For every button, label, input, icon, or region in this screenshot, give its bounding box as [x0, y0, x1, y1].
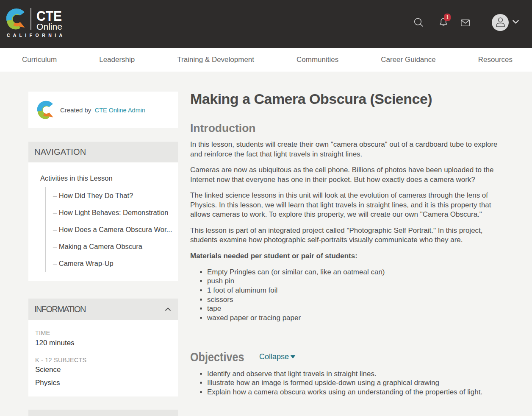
svg-text:Online: Online	[36, 22, 62, 31]
svg-text:C A L I F O R N I A: C A L I F O R N I A	[7, 33, 62, 38]
